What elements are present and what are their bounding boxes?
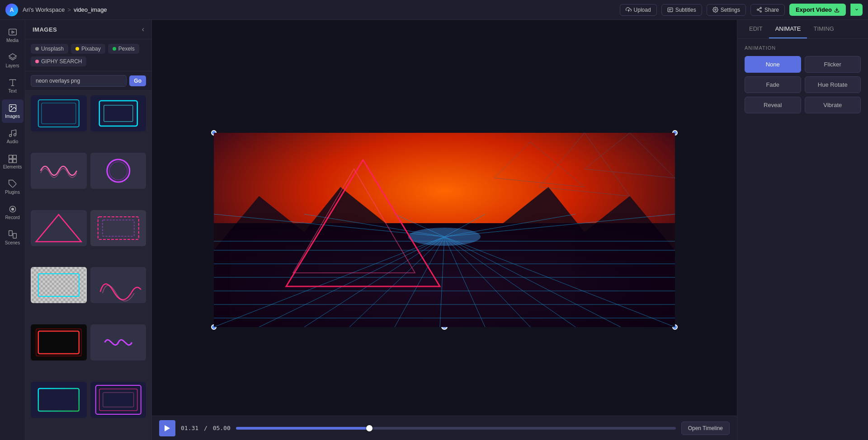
svg-rect-40 [32,267,86,303]
svg-rect-45 [95,385,141,414]
search-row: Go [25,71,151,91]
export-dropdown-button[interactable] [850,4,863,16]
anim-btn-hue-rotate[interactable]: Hue Rotate [805,76,861,93]
search-go-button[interactable]: Go [129,75,146,86]
open-timeline-button[interactable]: Open Timeline [681,421,730,435]
image-thumb-10[interactable] [90,324,146,360]
image-thumb-6[interactable] [90,210,146,246]
anim-btn-none[interactable]: None [745,56,801,73]
image-thumb-5[interactable] [31,210,87,246]
source-tab-pexels[interactable]: Pexels [108,44,139,54]
breadcrumb-sep: > [67,6,71,13]
svg-rect-37 [102,220,134,236]
anim-btn-flicker[interactable]: Flicker [805,56,861,73]
upload-button[interactable]: Upload [620,4,657,16]
canvas-container [214,133,675,327]
sidebar-item-audio[interactable]: Audio [2,125,24,148]
panel-close-button[interactable]: ‹ [142,25,144,33]
image-grid [25,91,151,440]
image-thumb-3[interactable] [31,153,87,189]
animation-grid: None Flicker Fade Hue Rotate Reveal Vibr… [737,54,868,121]
svg-rect-32 [104,105,132,122]
sidebar-item-plugins[interactable]: Plugins [2,175,24,199]
upload-label: Upload [634,7,651,13]
subtitles-label: Subtitles [675,7,696,13]
svg-point-26 [11,208,14,211]
unsplash-dot [35,47,39,51]
anim-btn-fade[interactable]: Fade [745,76,801,93]
image-thumb-7[interactable] [31,267,87,303]
svg-point-19 [14,134,16,136]
image-thumb-4[interactable] [90,153,146,189]
svg-point-76 [408,228,481,246]
sidebar-item-record[interactable]: Record [2,201,24,224]
image-thumb-2[interactable] [90,95,146,131]
share-label: Share [764,7,779,13]
anim-btn-vibrate[interactable]: Vibrate [805,97,861,113]
tab-animate[interactable]: ANIMATE [769,20,807,38]
panel-title: IMAGES [33,26,57,33]
anim-btn-reveal[interactable]: Reveal [745,97,801,113]
timeline-thumb[interactable] [366,425,373,431]
tab-edit[interactable]: EDIT [743,20,769,38]
image-thumb-9[interactable] [31,324,87,360]
sidebar-item-scenes[interactable]: Scenes [2,226,24,249]
breadcrumb: Ari's Workspace > video_image [23,6,107,13]
right-tabs: EDIT ANIMATE TIMING [737,20,868,39]
timeline-progress [236,427,369,430]
topbar: A Ari's Workspace > video_image Upload S… [0,0,868,20]
svg-rect-28 [13,234,16,239]
play-button[interactable] [159,420,175,436]
source-tab-giphy[interactable]: GIPHY SEARCH [31,56,86,66]
svg-rect-29 [38,100,79,127]
timeline-track[interactable] [236,427,676,430]
search-input[interactable] [31,75,127,87]
svg-rect-21 [13,155,16,159]
record-icon [8,205,17,214]
svg-rect-46 [99,389,137,411]
sidebar-item-media[interactable]: Media [2,23,24,47]
media-icon [8,28,17,37]
sidebar-item-layers[interactable]: Layers [2,49,24,72]
svg-point-5 [760,7,761,9]
source-tabs: Unsplash Pixabay Pexels GIPHY SEARCH [25,39,151,71]
subtitles-button[interactable]: Subtitles [661,4,702,16]
export-video-button[interactable]: Export Video [789,4,846,16]
topbar-actions: Upload Subtitles Settings Share Export V… [620,4,863,16]
svg-marker-12 [12,31,14,33]
animation-section-title: ANIMATION [737,39,868,54]
svg-rect-11 [9,29,16,35]
tab-timing[interactable]: TIMING [807,20,840,38]
sidebar-item-images[interactable]: Images [2,99,24,123]
image-thumb-12[interactable] [90,382,146,418]
svg-line-9 [759,9,760,9]
image-thumb-11[interactable] [31,382,87,418]
left-sidebar: Media Layers Text Images Audio Elements … [0,20,25,440]
audio-icon [8,129,17,138]
sidebar-item-elements[interactable]: Elements [2,150,24,173]
svg-marker-35 [36,215,81,242]
timeline-bar: 01.31 / 05.00 Open Timeline [152,416,737,440]
workspace-name[interactable]: Ari's Workspace [23,6,65,13]
source-tab-pixabay[interactable]: Pixabay [71,44,105,54]
settings-label: Settings [721,7,740,13]
sidebar-item-text[interactable]: Text [2,74,24,98]
svg-marker-13 [9,54,16,59]
right-panel: EDIT ANIMATE TIMING ANIMATION None Flick… [737,20,868,440]
canvas-area: 01.31 / 05.00 Open Timeline [152,20,737,440]
text-icon [8,78,17,87]
settings-button[interactable]: Settings [707,4,746,16]
layers-icon [8,53,17,62]
source-tab-unsplash[interactable]: Unsplash [31,44,68,54]
share-button[interactable]: Share [750,4,785,16]
svg-point-18 [9,135,11,137]
image-thumb-8[interactable] [90,267,146,303]
canvas-bg [214,133,675,327]
image-thumb-1[interactable] [31,95,87,131]
svg-line-8 [759,10,760,11]
svg-point-6 [757,9,759,10]
pexels-dot [113,47,116,51]
elements-icon [8,154,17,163]
svg-rect-44 [38,389,79,411]
svg-point-33 [107,159,129,182]
